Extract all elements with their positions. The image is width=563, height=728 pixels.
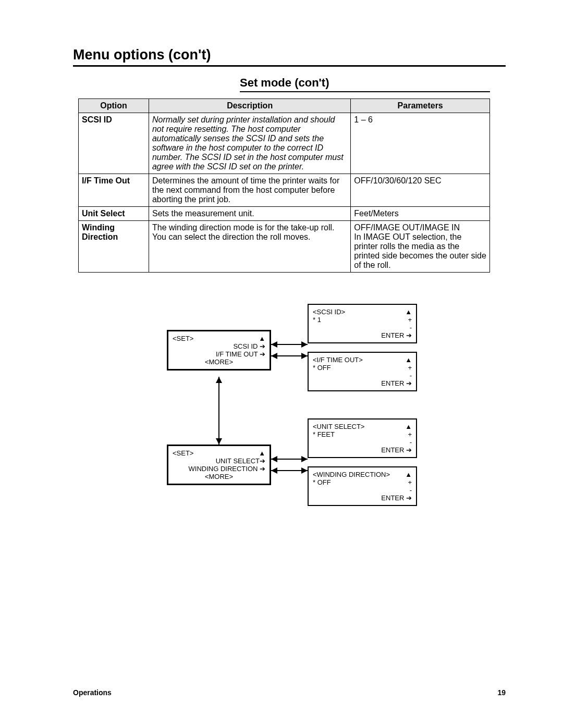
col-description: Description [149, 99, 350, 113]
set-box-2: <SET> ▲ UNIT SELECT➔ WINDING DIRECTION ➔… [167, 445, 271, 485]
cell-description: Normally set during printer installation… [149, 113, 350, 174]
cell-description: The winding direction mode is for the ta… [149, 221, 350, 273]
set2-more: <MORE> [173, 473, 265, 480]
menu-diagram: <SET> ▲ SCSI ID ➔ I/F TIME OUT ➔ <MORE> … [151, 304, 506, 544]
footer-section: Operations [73, 688, 112, 697]
ifto-box: <I/F TIME OUT> ▲ * OFF + - ENTER ➔ [308, 352, 417, 391]
sub-heading: Set mode (con't) [240, 76, 490, 92]
up-icon: ▲ [405, 356, 412, 364]
up-icon: ▲ [405, 308, 412, 316]
footer-page-number: 19 [497, 688, 506, 697]
table-row: Unit Select Sets the measurement unit. F… [79, 207, 490, 221]
cell-option: Winding Direction [79, 221, 149, 273]
set1-title: <SET> [173, 335, 193, 342]
table-row: I/F Time Out Determines the amount of ti… [79, 174, 490, 207]
minus-icon: - [313, 438, 412, 446]
main-heading: Menu options (con't) [73, 47, 506, 67]
cell-description: Sets the measurement unit. [149, 207, 350, 221]
set-box-1: <SET> ▲ SCSI ID ➔ I/F TIME OUT ➔ <MORE> [167, 330, 271, 371]
plus-icon: + [408, 430, 412, 438]
col-parameters: Parameters [351, 99, 490, 113]
table-row: SCSI ID Normally set during printer inst… [79, 113, 490, 174]
cell-parameters: OFF/10/30/60/120 SEC [351, 174, 490, 207]
wind-box: <WINDING DIRECTION> ▲ * OFF + - ENTER ➔ [308, 466, 417, 506]
cell-parameters: 1 – 6 [351, 113, 490, 174]
set2-line2: WINDING DIRECTION ➔ [173, 465, 265, 473]
scsi-value: * 1 [313, 316, 321, 324]
set1-line1: SCSI ID ➔ [173, 342, 265, 350]
cell-parameters: Feet/Meters [351, 207, 490, 221]
scsi-enter: ENTER ➔ [313, 331, 412, 339]
cell-description: Determines the amount of time the printe… [149, 174, 350, 207]
minus-icon: - [313, 324, 412, 331]
up-icon: ▲ [405, 423, 412, 430]
wind-value: * OFF [313, 478, 331, 486]
cell-option: SCSI ID [79, 113, 149, 174]
minus-icon: - [313, 486, 412, 494]
plus-icon: + [408, 478, 412, 486]
set2-title: <SET> [173, 449, 193, 457]
cell-parameters: OFF/IMAGE OUT/IMAGE IN In IMAGE OUT sele… [351, 221, 490, 273]
ifto-enter: ENTER ➔ [313, 379, 412, 387]
plus-icon: + [408, 316, 412, 324]
col-option: Option [79, 99, 149, 113]
set2-line1: UNIT SELECT➔ [173, 457, 265, 465]
cell-option: I/F Time Out [79, 174, 149, 207]
unit-box: <UNIT SELECT> ▲ * FEET + - ENTER ➔ [308, 418, 417, 458]
up-icon: ▲ [405, 471, 412, 478]
up-icon: ▲ [259, 449, 265, 457]
table-row: Winding Direction The winding direction … [79, 221, 490, 273]
unit-title: <UNIT SELECT> [313, 423, 364, 430]
minus-icon: - [313, 372, 412, 379]
wind-title: <WINDING DIRECTION> [313, 471, 390, 478]
unit-value: * FEET [313, 430, 335, 438]
plus-icon: + [408, 364, 412, 372]
set1-more: <MORE> [173, 358, 265, 366]
page-footer: Operations 19 [73, 688, 506, 697]
up-icon: ▲ [259, 335, 265, 342]
scsi-box: <SCSI ID> ▲ * 1 + - ENTER ➔ [308, 304, 417, 343]
wind-enter: ENTER ➔ [313, 494, 412, 502]
cell-option: Unit Select [79, 207, 149, 221]
ifto-title: <I/F TIME OUT> [313, 356, 363, 364]
ifto-value: * OFF [313, 364, 331, 372]
unit-enter: ENTER ➔ [313, 446, 412, 454]
options-table: Option Description Parameters SCSI ID No… [78, 98, 490, 273]
scsi-title: <SCSI ID> [313, 308, 345, 316]
set1-line2: I/F TIME OUT ➔ [173, 350, 265, 358]
